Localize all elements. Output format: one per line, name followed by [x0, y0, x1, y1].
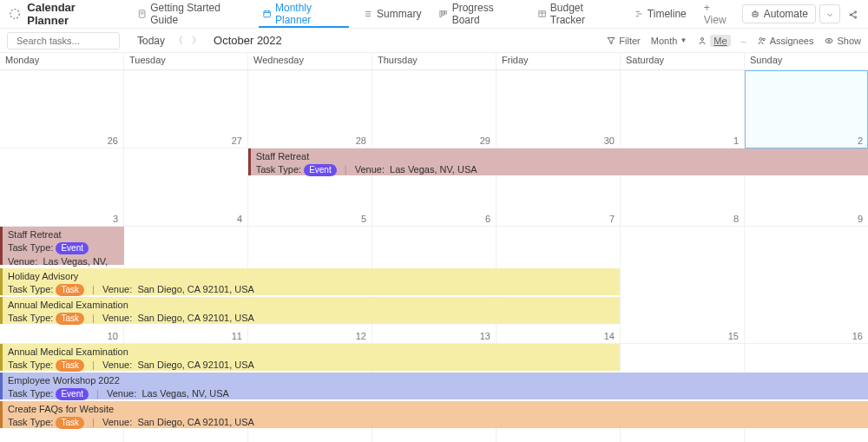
event-medical-exam-1[interactable]: Annual Medical Examination Task Type: Ta… [0, 297, 620, 324]
svg-point-0 [10, 10, 19, 19]
svg-point-36 [828, 40, 830, 42]
automate-label: Automate [764, 8, 808, 20]
tab-summary[interactable]: Summary [354, 0, 430, 28]
svg-line-27 [852, 12, 855, 14]
svg-point-26 [855, 16, 857, 18]
prev-month-button[interactable]: 〈 [174, 34, 183, 47]
day-cell[interactable]: 28 [248, 70, 372, 148]
app-title: Calendar Planner [27, 1, 116, 27]
doc-icon [137, 9, 147, 19]
day-cell[interactable]: 15 [621, 227, 745, 344]
day-cell[interactable]: 3 [0, 148, 124, 227]
today-button[interactable]: Today [137, 35, 165, 47]
show-button[interactable]: Show [824, 36, 861, 46]
day-cell[interactable]: 30 [496, 70, 621, 148]
chevron-down-icon: ▼ [680, 36, 687, 44]
header-sat: Saturday [621, 53, 745, 69]
event-staff-retreat[interactable]: Staff Retreat Task Type: Event | Venue: … [248, 148, 868, 175]
automate-dropdown[interactable] [819, 4, 840, 23]
chevron-down-icon [825, 10, 835, 20]
scale-button[interactable]: Month ▼ [651, 36, 687, 46]
tab-label: Summary [377, 8, 421, 20]
robot-icon [750, 9, 760, 19]
me-button[interactable]: Me [697, 35, 730, 47]
next-month-button[interactable]: 〉 [192, 34, 201, 47]
tab-monthly-planner[interactable]: Monthly Planner [253, 0, 354, 28]
tabs: Getting Started Guide Monthly Planner Su… [128, 0, 742, 28]
header-sun: Sunday [745, 53, 868, 69]
event-workshop[interactable]: Employee Workshop 2022 Task Type: Event … [0, 373, 868, 399]
event-faqs[interactable]: Create FAQs for Website Task Type: Task … [0, 401, 868, 428]
tab-timeline[interactable]: Timeline [625, 0, 695, 28]
automate-button[interactable]: Automate [742, 4, 816, 23]
day-cell[interactable]: 4 [124, 148, 248, 227]
svg-point-24 [850, 14, 852, 16]
event-holiday-advisory[interactable]: Holiday Advisory Task Type: Task | Venue… [0, 268, 620, 295]
tab-label: Getting Started Guide [150, 2, 245, 26]
app-icon [7, 6, 22, 22]
share-button[interactable] [845, 5, 861, 23]
filter-icon [606, 36, 616, 46]
day-cell[interactable]: 29 [372, 70, 496, 148]
event-medical-exam-2[interactable]: Annual Medical Examination Task Type: Ta… [0, 344, 620, 371]
calendar: Monday Tuesday Wednesday Thursday Friday… [0, 53, 868, 442]
svg-point-34 [762, 38, 765, 41]
svg-line-28 [852, 15, 855, 16]
assignees-button[interactable]: Assignees [757, 36, 814, 46]
tab-progress-board[interactable]: Progress Board [430, 0, 528, 28]
svg-point-21 [753, 14, 754, 15]
people-icon [757, 36, 767, 46]
header-wed: Wednesday [248, 53, 372, 69]
header-tue: Tuesday [124, 53, 248, 69]
svg-point-25 [855, 11, 857, 13]
tab-label: Budget Tracker [550, 2, 616, 26]
board-icon [438, 9, 448, 19]
week-row: 26 27 28 29 30 1 2 [0, 70, 868, 148]
day-cell[interactable]: 1 [621, 70, 745, 148]
table-icon [537, 9, 547, 19]
header-thu: Thursday [372, 53, 496, 69]
list-icon [363, 9, 373, 19]
tab-label: Monthly Planner [275, 2, 345, 26]
month-label: October 2022 [214, 34, 282, 47]
tab-label: Progress Board [452, 2, 520, 26]
person-icon [697, 36, 707, 46]
day-cell[interactable]: 26 [0, 70, 124, 148]
svg-rect-12 [443, 11, 444, 16]
svg-point-33 [760, 37, 762, 40]
event-staff-retreat-cont[interactable]: Staff Retreat Task Type: Event Venue: La… [0, 227, 124, 265]
share-icon [848, 10, 858, 20]
timeline-icon [634, 9, 644, 19]
toolbar: ▾ Today 〈 〉 October 2022 Filter Month ▼ … [0, 29, 868, 53]
svg-rect-13 [445, 11, 447, 14]
search-input-wrap[interactable]: ▾ [7, 32, 120, 49]
add-view-button[interactable]: + View [695, 2, 742, 26]
svg-point-32 [701, 37, 704, 40]
day-cell-today[interactable]: 2 [745, 70, 868, 148]
svg-point-35 [825, 38, 832, 43]
svg-point-22 [755, 14, 756, 15]
svg-marker-31 [608, 37, 615, 43]
header-bar: Calendar Planner Getting Started Guide M… [0, 0, 868, 29]
tab-label: Timeline [648, 8, 687, 20]
day-cell[interactable]: 27 [124, 70, 248, 148]
minus-button[interactable]: – [741, 36, 746, 46]
day-cell[interactable]: 16 [745, 227, 868, 344]
calendar-icon [262, 9, 272, 19]
svg-rect-4 [264, 11, 270, 17]
day-headers: Monday Tuesday Wednesday Thursday Friday… [0, 53, 868, 70]
header-mon: Monday [0, 53, 124, 69]
svg-rect-11 [440, 11, 442, 17]
eye-icon [824, 36, 834, 46]
search-input[interactable] [16, 36, 136, 46]
filter-button[interactable]: Filter [606, 36, 640, 46]
tab-getting-started[interactable]: Getting Started Guide [128, 0, 253, 28]
tab-budget-tracker[interactable]: Budget Tracker [529, 0, 625, 28]
header-fri: Friday [496, 53, 621, 69]
